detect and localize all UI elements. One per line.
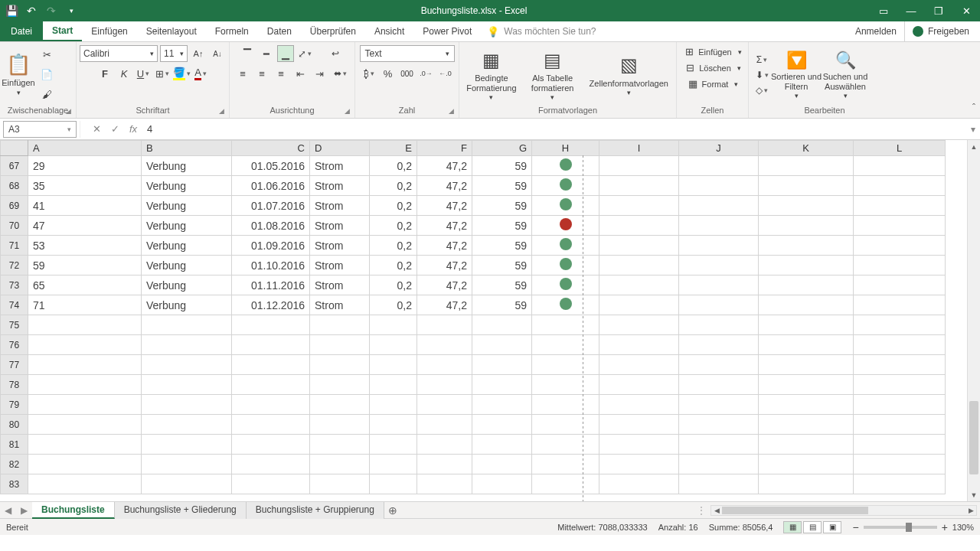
scroll-right-icon[interactable]: ▶ [965,507,976,514]
cell[interactable]: 01.07.2016 [232,196,310,216]
accounting-button[interactable]: ₿ [361,65,377,82]
cell[interactable] [759,355,854,375]
page-layout-view-button[interactable]: ▤ [803,521,822,533]
cell[interactable] [142,315,232,335]
cell[interactable] [370,395,417,415]
cell[interactable] [679,474,759,494]
cell[interactable] [759,315,854,335]
cell[interactable]: 0,2 [370,176,417,196]
cell[interactable] [532,455,599,474]
cell[interactable] [679,315,759,335]
cell[interactable]: Strom [310,236,370,256]
cell[interactable]: 47 [28,216,142,236]
sheet-tab[interactable]: Buchungsliste + Gliederung [115,502,247,519]
cell[interactable] [599,176,679,196]
cell[interactable] [854,196,946,216]
row-header[interactable]: 74 [1,295,28,315]
column-header[interactable]: D [310,141,370,156]
cell[interactable] [232,315,310,335]
cell[interactable] [142,474,232,494]
format-as-table-button[interactable]: ▤ Als Tabelle formatieren▾ [525,47,580,102]
cell[interactable]: Verbung [142,236,232,256]
cell[interactable] [679,455,759,474]
cell[interactable]: 59 [472,196,532,216]
cell[interactable] [472,355,532,375]
decrease-decimal-button[interactable]: ←.0 [437,65,454,82]
horizontal-scrollbar[interactable]: ◀ ▶ [710,505,977,516]
find-select-button[interactable]: 🔍 Suchen und Auswählen▾ [822,49,868,100]
tab-seitenlayout[interactable]: Seitenlayout [137,21,206,41]
cell[interactable]: 47,2 [417,256,472,276]
cell[interactable] [599,315,679,335]
cell[interactable] [532,236,599,256]
cell[interactable] [417,395,472,415]
page-break-view-button[interactable]: ▣ [823,521,841,533]
cell[interactable] [854,256,946,276]
cell[interactable] [679,295,759,315]
cell[interactable] [417,435,472,455]
cell[interactable] [599,395,679,415]
cell[interactable]: 41 [28,196,142,216]
cell[interactable] [532,216,599,236]
cell[interactable]: 01.08.2016 [232,216,310,236]
cell[interactable] [370,355,417,375]
scroll-down-icon[interactable]: ▼ [968,488,980,501]
maximize-icon[interactable]: ❐ [925,0,952,21]
align-left-button[interactable]: ≡ [234,65,251,82]
cell[interactable] [310,315,370,335]
tab-file[interactable]: Datei [0,21,43,41]
row-header[interactable]: 67 [1,156,28,176]
cell[interactable] [417,415,472,435]
decrease-indent-button[interactable]: ⇤ [292,65,309,82]
column-header[interactable]: G [472,141,532,156]
font-color-button[interactable]: A [192,65,209,82]
cell[interactable] [310,375,370,395]
tab-ansicht[interactable]: Ansicht [365,21,413,41]
cell[interactable] [854,216,946,236]
tab-formeln[interactable]: Formeln [206,21,258,41]
cell[interactable]: 47,2 [417,276,472,295]
cell[interactable] [142,435,232,455]
cell[interactable]: 01.06.2016 [232,176,310,196]
name-box[interactable]: A3▾ [3,121,77,138]
fill-button[interactable]: ⬇ [753,68,770,82]
tab-start[interactable]: Start [43,21,82,41]
cell[interactable] [679,276,759,295]
cell[interactable] [854,375,946,395]
column-header[interactable]: F [417,141,472,156]
cell[interactable]: Strom [310,256,370,276]
cell[interactable] [28,415,142,435]
cell[interactable] [472,415,532,435]
cell[interactable] [532,295,599,315]
cell[interactable]: 59 [472,256,532,276]
cell[interactable] [370,455,417,474]
cell[interactable] [532,335,599,355]
cell[interactable] [599,216,679,236]
cell[interactable] [759,236,854,256]
cell[interactable]: 47,2 [417,216,472,236]
enter-formula-icon[interactable]: ✓ [106,121,124,138]
cell[interactable] [854,295,946,315]
zoom-slider[interactable] [864,526,937,529]
cell[interactable]: Strom [310,295,370,315]
row-header[interactable]: 72 [1,256,28,276]
cell[interactable] [472,335,532,355]
insert-function-icon[interactable]: fx [124,121,142,138]
row-header[interactable]: 78 [1,375,28,395]
cell[interactable] [417,455,472,474]
cell[interactable] [310,415,370,435]
cell[interactable] [854,176,946,196]
autosum-button[interactable]: Σ [753,53,770,67]
row-header[interactable]: 79 [1,395,28,415]
cell[interactable] [759,474,854,494]
cell[interactable] [854,474,946,494]
cell[interactable]: 0,2 [370,196,417,216]
cell[interactable] [599,256,679,276]
cell[interactable] [679,435,759,455]
merge-button[interactable]: ⬌ [330,65,350,82]
cell[interactable] [679,355,759,375]
cell[interactable] [759,156,854,176]
align-middle-button[interactable]: ━ [258,45,275,62]
cell[interactable] [599,236,679,256]
cell[interactable] [232,455,310,474]
